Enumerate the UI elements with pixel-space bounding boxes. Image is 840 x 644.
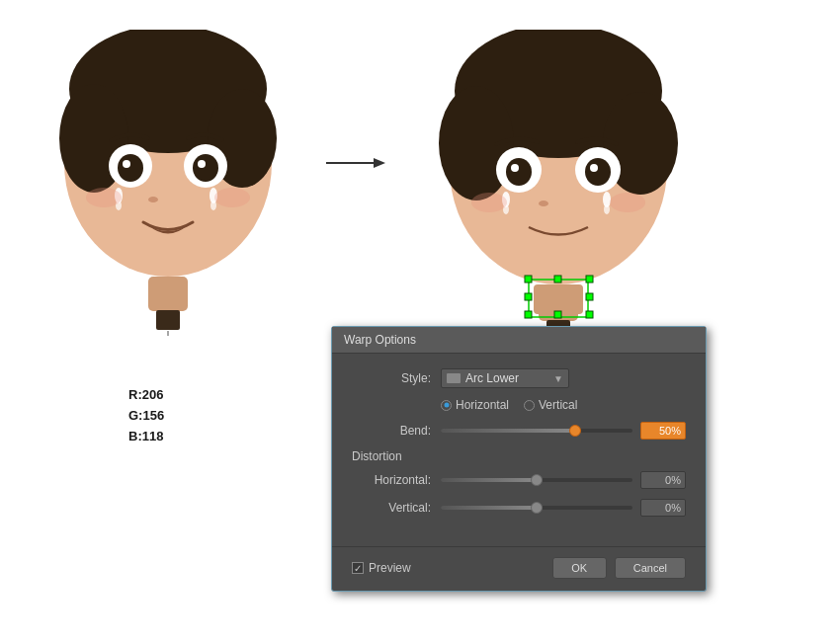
svg-point-32 <box>585 158 611 186</box>
color-info: R:206 G:156 B:118 <box>128 385 164 446</box>
preview-checkbox[interactable]: ✓ <box>352 562 364 574</box>
vertical-slider-container[interactable] <box>441 500 632 516</box>
canvas: R:206 G:156 B:118 Warp Options Style: Ar… <box>0 0 840 644</box>
bend-row: Bend: <box>352 422 686 440</box>
svg-point-38 <box>539 201 548 206</box>
bend-slider-container[interactable] <box>441 423 632 439</box>
face-right <box>415 30 721 369</box>
svg-point-37 <box>604 204 610 214</box>
svg-rect-48 <box>586 311 593 318</box>
vertical-radio[interactable]: Vertical <box>524 398 577 412</box>
style-dropdown[interactable]: Arc Lower ▼ <box>441 368 569 388</box>
vertical-radio-label: Vertical <box>539 398 577 412</box>
ok-button[interactable]: OK <box>552 557 607 579</box>
svg-rect-1 <box>156 310 180 330</box>
svg-point-30 <box>511 164 519 172</box>
vertical-slider-track <box>441 506 632 510</box>
dialog-footer: ✓ Preview OK Cancel <box>332 546 706 591</box>
style-label: Style: <box>352 371 431 385</box>
svg-point-33 <box>590 164 598 172</box>
style-row: Style: Arc Lower ▼ <box>352 368 686 388</box>
vertical-slider-fill <box>441 506 537 510</box>
horizontal-distortion-label: Horizontal: <box>352 473 431 487</box>
style-value: Arc Lower <box>465 371 519 385</box>
vertical-distortion-row: Vertical: <box>352 499 686 517</box>
svg-rect-44 <box>525 293 532 300</box>
preview-label: Preview <box>369 561 411 575</box>
horizontal-radio[interactable]: Horizontal <box>441 398 509 412</box>
svg-rect-0 <box>148 277 188 311</box>
svg-point-9 <box>123 160 130 168</box>
radio-row: Horizontal Vertical <box>352 398 686 412</box>
svg-point-12 <box>198 160 206 168</box>
bend-slider-thumb[interactable] <box>569 425 581 437</box>
color-r: R:206 <box>128 385 164 406</box>
svg-point-50 <box>610 193 645 212</box>
color-g: G:156 <box>128 406 164 427</box>
svg-point-8 <box>118 154 143 182</box>
bend-slider-fill <box>441 429 575 433</box>
svg-point-16 <box>210 201 216 210</box>
horizontal-distortion-row: Horizontal: <box>352 471 686 489</box>
face-left <box>40 30 296 340</box>
direction-arrow <box>326 153 385 173</box>
footer-buttons: OK Cancel <box>552 557 686 579</box>
svg-point-19 <box>214 188 250 207</box>
dropdown-arrow-icon: ▼ <box>553 373 563 384</box>
style-icon <box>447 373 461 383</box>
warp-options-dialog: Warp Options Style: Arc Lower ▼ Horizont… <box>331 326 707 592</box>
svg-point-17 <box>148 197 158 202</box>
vertical-slider-thumb[interactable] <box>531 502 543 514</box>
bend-label: Bend: <box>352 424 431 438</box>
dialog-content: Style: Arc Lower ▼ Horizontal Vertical <box>332 354 706 541</box>
dialog-titlebar: Warp Options <box>332 327 706 354</box>
bend-value-input[interactable] <box>640 422 686 440</box>
cancel-button[interactable]: Cancel <box>615 557 686 579</box>
svg-point-11 <box>193 154 218 182</box>
svg-rect-39 <box>534 284 583 314</box>
svg-rect-41 <box>525 276 532 282</box>
horizontal-slider-fill <box>441 478 537 482</box>
svg-point-29 <box>506 158 532 186</box>
svg-point-18 <box>86 188 122 207</box>
vertical-distortion-label: Vertical: <box>352 501 431 515</box>
horizontal-radio-label: Horizontal <box>456 398 509 412</box>
svg-rect-42 <box>554 276 561 282</box>
svg-rect-45 <box>586 293 593 300</box>
color-b: B:118 <box>128 427 164 447</box>
svg-marker-21 <box>374 158 385 168</box>
horizontal-slider-thumb[interactable] <box>531 474 543 486</box>
distortion-label: Distortion <box>352 449 686 463</box>
horizontal-distortion-input[interactable] <box>640 471 686 489</box>
preview-checkbox-item[interactable]: ✓ Preview <box>352 561 411 575</box>
svg-point-49 <box>471 193 507 212</box>
dialog-title: Warp Options <box>344 333 416 347</box>
vertical-radio-circle <box>524 400 535 411</box>
horizontal-slider-track <box>441 478 632 482</box>
svg-rect-43 <box>586 276 593 282</box>
bend-slider-track <box>441 429 632 433</box>
svg-rect-47 <box>554 311 561 318</box>
horizontal-slider-container[interactable] <box>441 472 632 488</box>
svg-rect-46 <box>525 311 532 318</box>
horizontal-radio-circle <box>441 400 452 411</box>
vertical-distortion-input[interactable] <box>640 499 686 517</box>
